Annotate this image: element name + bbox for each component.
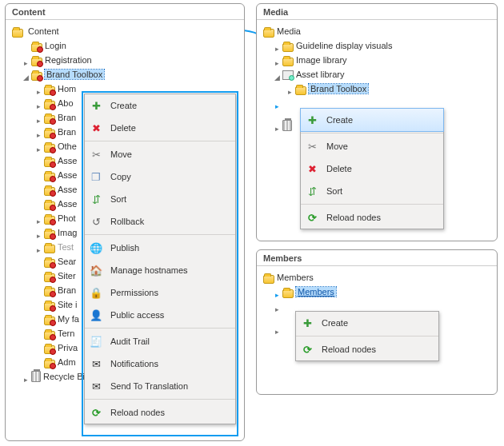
tree-item-login[interactable]: ▸Login xyxy=(22,38,241,52)
move-icon: ✂ xyxy=(306,140,318,153)
tree-item-registration[interactable]: ▸Registration xyxy=(22,52,241,66)
ctx-audit[interactable]: 🧾Audit Trail xyxy=(85,330,235,352)
ctx-sort[interactable]: ⇵Sort xyxy=(85,188,235,210)
members-context-menu: ✚Create ⟳Reload nodes xyxy=(295,311,439,361)
ctx-rollback[interactable]: ↺Rollback xyxy=(85,210,235,233)
expander-icon[interactable]: ▸ xyxy=(22,372,30,381)
separator xyxy=(85,399,235,400)
expander-icon[interactable]: ▸ xyxy=(273,325,282,333)
ctx-permissions[interactable]: 🔒Permissions xyxy=(85,281,235,304)
ctx-label: Create xyxy=(326,115,353,125)
tree-label: Abo xyxy=(58,98,74,108)
tree-label: Bran xyxy=(58,285,76,295)
tree-item-members[interactable]: ▸Members xyxy=(273,284,494,298)
expander-icon[interactable]: ▸ xyxy=(34,214,43,223)
expander-icon[interactable]: ▸ xyxy=(273,56,282,65)
expander-icon[interactable]: ▸ xyxy=(22,56,30,65)
ctx-label: Delete xyxy=(326,164,352,173)
hostnames-icon: 🏠 xyxy=(90,264,102,277)
folder-icon xyxy=(44,158,55,167)
expander-icon[interactable]: ▸ xyxy=(34,128,43,137)
folder-icon xyxy=(295,86,306,95)
expander-icon[interactable]: ◢ xyxy=(273,70,282,79)
folder-icon xyxy=(12,29,23,38)
folder-icon xyxy=(44,259,55,268)
members-panel: Members Members ▸Members ▸ ▸ ✚Create ⟳Re… xyxy=(256,249,498,395)
ctx-label: Reload nodes xyxy=(326,213,381,222)
expander-icon[interactable]: ▸ xyxy=(273,42,282,50)
expander-icon[interactable]: ◢ xyxy=(22,70,30,79)
tree-label: Asse xyxy=(58,156,77,165)
expander-icon[interactable]: ▸ xyxy=(273,99,282,108)
folder-icon xyxy=(282,58,294,66)
ctx-notifications[interactable]: ✉Notifications xyxy=(85,352,235,375)
expander-icon[interactable]: ▸ xyxy=(34,85,43,94)
sort-icon: ⇵ xyxy=(306,185,318,197)
ctx-create[interactable]: ✚Create xyxy=(296,312,438,334)
content-root[interactable]: Content xyxy=(9,23,241,38)
separator xyxy=(301,204,443,205)
tree-label: Guideline display visuals xyxy=(296,41,392,50)
ctx-move[interactable]: ✂Move xyxy=(301,135,443,157)
ctx-public-access[interactable]: 👤Public access xyxy=(85,304,235,326)
tree-label: Image library xyxy=(296,55,347,65)
tree-label: Brand Toolbox xyxy=(309,84,368,94)
expander-icon[interactable]: ▸ xyxy=(273,288,282,297)
expander-icon[interactable]: ▸ xyxy=(286,85,294,94)
ctx-reload[interactable]: ⟳Reload nodes xyxy=(296,338,438,360)
folder-icon xyxy=(44,144,55,153)
expander-icon[interactable]: ▸ xyxy=(273,121,282,130)
expander-icon[interactable]: ▸ xyxy=(34,113,43,122)
expander-icon[interactable]: ▸ xyxy=(34,99,43,108)
expander-icon[interactable]: ▸ xyxy=(34,229,43,237)
separator xyxy=(85,234,235,235)
reload-icon: ⟳ xyxy=(90,406,102,419)
tree-label: Site i xyxy=(58,300,77,309)
tree-label: Asset library xyxy=(296,70,345,79)
tree-link[interactable]: Members xyxy=(296,287,336,297)
separator xyxy=(296,336,438,336)
tree-label: Hom xyxy=(58,84,76,94)
ctx-delete[interactable]: ✖Delete xyxy=(301,157,443,180)
ctx-label: Public access xyxy=(110,310,164,320)
separator xyxy=(301,133,443,133)
tree-item[interactable]: ▸Image library xyxy=(273,52,494,66)
tree-item-brand-toolbox[interactable]: ▸Brand Toolbox xyxy=(286,81,494,95)
folder-icon xyxy=(44,187,55,196)
ctx-move[interactable]: ✂Move xyxy=(85,143,235,165)
expander-icon[interactable]: ▸ xyxy=(273,302,282,311)
ctx-sort[interactable]: ⇵Sort xyxy=(301,180,443,202)
bin-icon xyxy=(282,120,292,131)
bin-icon xyxy=(31,371,41,382)
ctx-publish[interactable]: 🌐Publish xyxy=(85,237,235,259)
expander-icon[interactable]: ▸ xyxy=(34,142,43,151)
tree-item[interactable]: ▸Guideline display visuals xyxy=(273,38,494,52)
asset-library-icon xyxy=(282,70,294,80)
copy-icon: ❐ xyxy=(90,170,102,183)
tree-label: Registration xyxy=(45,55,92,65)
ctx-translate[interactable]: ✉Send To Translation xyxy=(85,375,235,397)
ctx-create[interactable]: ✚Create xyxy=(85,94,235,117)
ctx-reload[interactable]: ⟳Reload nodes xyxy=(301,206,443,229)
expander-icon[interactable]: ▸ xyxy=(34,243,43,252)
folder-icon xyxy=(282,43,294,52)
ctx-delete[interactable]: ✖Delete xyxy=(85,117,235,139)
ctx-reload[interactable]: ⟳Reload nodes xyxy=(85,401,235,424)
media-root[interactable]: Media xyxy=(260,23,494,38)
media-context-menu: ✚Create ✂Move ✖Delete ⇵Sort ⟳Reload node… xyxy=(300,108,444,229)
folder-icon xyxy=(282,289,294,298)
ctx-hostnames[interactable]: 🏠Manage hostnames xyxy=(85,259,235,281)
tree-item-asset-library[interactable]: ◢Asset library xyxy=(273,66,494,81)
tree-label: Adm xyxy=(58,357,76,367)
folder-icon xyxy=(44,216,55,225)
folder-icon xyxy=(44,245,55,253)
publish-icon: 🌐 xyxy=(90,241,102,254)
tree-label: My fa xyxy=(58,314,79,324)
tree-item-brand-toolbox[interactable]: ◢Brand Toolbox xyxy=(22,66,241,81)
members-root[interactable]: Members xyxy=(260,269,494,284)
tree-label: Members xyxy=(277,273,314,282)
ctx-copy[interactable]: ❐Copy xyxy=(85,165,235,188)
ctx-create[interactable]: ✚Create xyxy=(301,109,443,131)
separator xyxy=(85,328,235,329)
tree-label: Sear xyxy=(58,257,76,266)
